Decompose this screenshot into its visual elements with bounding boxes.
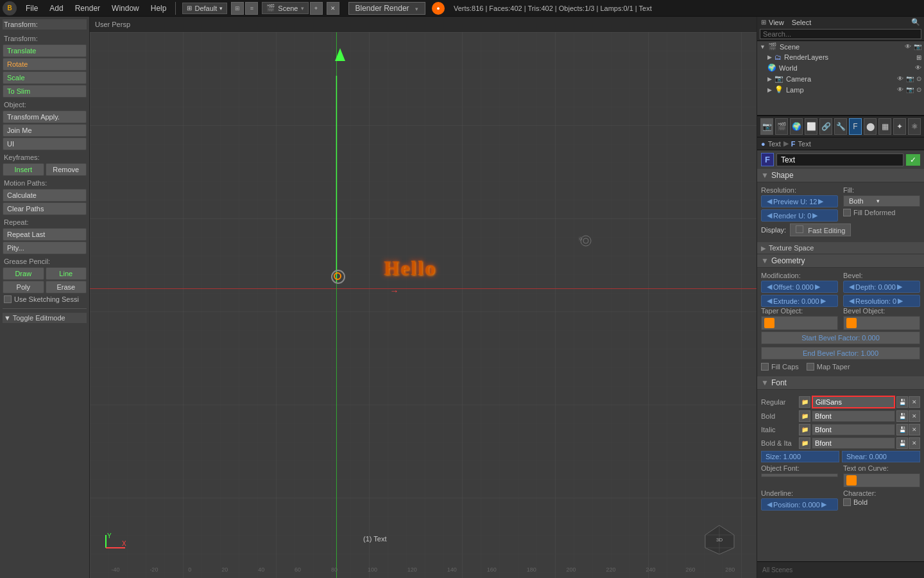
preview-u-btn[interactable]: ◀ Preview U: 12 ▶ [761,195,838,207]
viewport-canvas[interactable]: Hello → X Y [90,32,757,578]
scene-render-icon[interactable]: 📷 [914,43,921,50]
object-props-icon[interactable]: ⬜ [805,118,817,135]
particles-icon[interactable]: ✦ [893,118,906,135]
physics-icon[interactable]: ⚛ [908,118,921,135]
calculate-paths-btn[interactable]: Calculate [3,189,87,202]
view-label[interactable]: View [769,19,784,26]
render-props-icon[interactable]: 📷 [760,118,773,135]
italic-font-clear[interactable]: ✕ [909,424,920,435]
render-engine-selector[interactable]: Blender Render ▾ [348,2,425,15]
regular-font-picker[interactable]: GillSans [812,396,895,408]
position-btn[interactable]: ◀ Position: 0.000 ▶ [761,498,838,511]
outliner-camera[interactable]: ▶ 📷 Camera 👁 📷 ⊙ [765,73,924,84]
object-font-input[interactable] [761,473,838,477]
modifiers-icon[interactable]: 🔧 [834,118,847,135]
camera-eye[interactable]: 👁 [897,75,903,82]
menu-help[interactable]: Help [146,3,172,14]
outliner-view-icon[interactable]: ⊞ [761,19,766,26]
renderlayers-icon2[interactable]: ⊞ [916,54,921,61]
lamp-extra[interactable]: ⊙ [916,86,921,93]
camera-render[interactable]: 📷 [906,75,914,82]
materials-icon[interactable]: ⬤ [864,118,877,135]
layout-icon-list[interactable]: ≡ [245,2,258,15]
lamp-render[interactable]: 📷 [906,86,914,93]
clear-paths-btn[interactable]: Clear Paths [3,202,87,215]
menu-file[interactable]: File [21,3,43,14]
map-taper-check[interactable] [807,363,814,371]
repeat-last-btn[interactable]: Repeat Last [3,228,87,241]
italic-font-browse-icon[interactable]: 📁 [799,424,810,435]
world-props-icon[interactable]: 🌍 [790,118,803,135]
translate-btn[interactable]: Translate [3,44,87,57]
texture-space-header[interactable]: ▶ Texture Space [757,242,924,254]
menu-window[interactable]: Window [107,3,144,14]
erase-btn[interactable]: Erase [46,281,87,293]
fast-editing-btn[interactable]: Fast Editing [790,223,851,236]
fast-editing-check[interactable] [796,225,803,233]
scene-selector[interactable]: 🎬 Scene ▾ [262,2,308,14]
end-bevel-btn[interactable]: End Bevel Factor: 1.000 [761,347,920,360]
world-eye-icon[interactable]: 👁 [915,64,921,71]
depth-btn[interactable]: ◀ Depth: 0.000 ▶ [843,281,920,293]
bold-font-save[interactable]: 💾 [896,410,908,422]
start-bevel-btn[interactable]: Start Bevel Factor: 0.000 [761,331,920,344]
scene-props-icon[interactable]: 🎬 [775,118,788,135]
fill-deformed-check[interactable] [843,209,851,216]
rotate-btn[interactable]: Rotate [3,58,87,71]
menu-render[interactable]: Render [70,3,105,14]
lamp-eye[interactable]: 👁 [897,86,903,93]
draw-btn[interactable]: Draw [3,267,44,280]
line-btn[interactable]: Line [46,267,87,280]
offset-btn[interactable]: ◀ Offset: 0.000 ▶ [761,281,838,293]
name-confirm-btn[interactable]: ✓ [906,154,920,166]
scene-x-btn[interactable]: ✕ [327,2,339,15]
bold-font-clear[interactable]: ✕ [909,410,920,422]
fill-dropdown[interactable]: Both ▾ [843,195,920,207]
data-props-icon[interactable]: F [849,118,862,135]
bold-font-browse-icon[interactable]: 📁 [799,410,810,422]
transform-apply-btn[interactable]: Transform Apply. [3,110,87,123]
size-btn[interactable]: Size: 1.000 [761,451,839,462]
repeat-history-btn[interactable]: Pity... [3,241,87,254]
poly-btn[interactable]: Poly [3,281,44,293]
regular-font-save[interactable]: 💾 [896,396,908,408]
outliner-renderlayers[interactable]: ▶ 🗂 RenderLayers ⊞ [765,52,924,62]
outliner-lamp[interactable]: ▶ 💡 Lamp 👁 📷 ⊙ [765,84,924,95]
outliner-filter-icon[interactable]: 🔍 [911,18,920,26]
bold-italic-browse-icon[interactable]: 📁 [799,437,810,449]
extrude-btn[interactable]: ◀ Extrude: 0.000 ▶ [761,295,838,307]
join-btn[interactable]: Join Me [3,124,87,137]
toslim-btn[interactable]: To Slim [3,85,87,98]
font-section-header[interactable]: ▼ Font [757,376,924,390]
bold-italic-clear[interactable]: ✕ [909,437,920,449]
nav-cube[interactable]: 3D [702,522,737,559]
use-sketching-checkbox[interactable] [4,295,12,303]
scale-btn[interactable]: Scale [3,71,87,84]
italic-font-save[interactable]: 💾 [896,424,908,435]
remove-keyframe-btn[interactable]: Remove [46,163,87,176]
regular-font-clear[interactable]: ✕ [909,396,920,408]
italic-font-picker[interactable]: Bfont [812,424,895,435]
bold-font-picker[interactable]: Bfont [812,410,895,422]
resolution-btn[interactable]: ◀ Resolution: 0 ▶ [843,295,920,307]
menu-add[interactable]: Add [44,3,68,14]
outliner-world[interactable]: 🌍 World 👁 [765,62,924,73]
bold-check[interactable] [843,498,851,506]
object-name-input[interactable] [776,153,903,166]
scene-eye-icon[interactable]: 👁 [905,43,911,50]
shear-btn[interactable]: Shear: 0.000 [842,451,920,462]
text-on-curve-picker[interactable] [843,473,920,487]
scene-icon-btn[interactable]: + [310,2,323,15]
breadcrumb-item1[interactable]: Text [768,140,781,148]
ui-btn[interactable]: UI [3,137,87,150]
bevel-object-picker[interactable] [843,316,920,330]
fill-caps-check[interactable] [761,363,769,371]
geometry-section-header[interactable]: ▼ Geometry [757,254,924,268]
camera-extra[interactable]: ⊙ [916,75,921,82]
shape-section-header[interactable]: ▼ Shape [757,169,924,182]
breadcrumb-item2[interactable]: Text [798,140,811,148]
regular-font-browse-icon[interactable]: 📁 [799,396,810,408]
textures-icon[interactable]: ▦ [878,118,891,135]
taper-object-picker[interactable] [761,316,838,330]
outliner-scene[interactable]: ▼ 🎬 Scene 👁 📷 [757,41,924,52]
